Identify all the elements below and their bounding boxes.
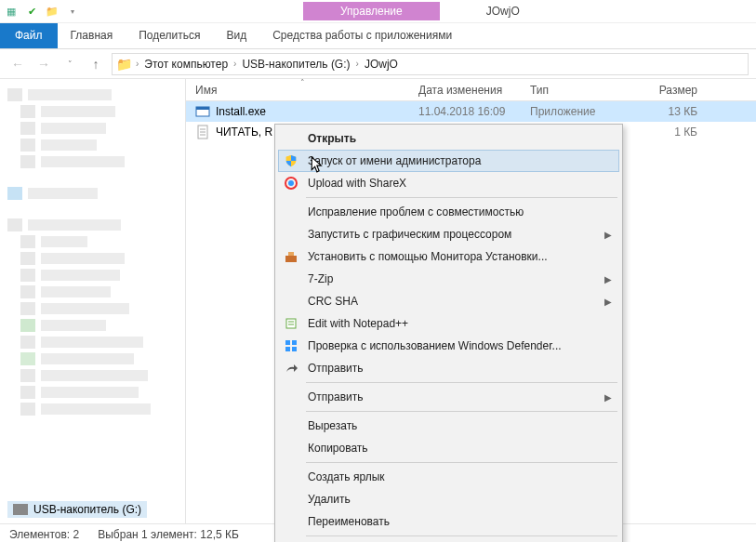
svg-rect-13 bbox=[285, 340, 290, 345]
sidebar-item-label: USB-накопитель (G:) bbox=[33, 503, 141, 516]
ribbon-tab-view[interactable]: Вид bbox=[213, 23, 259, 48]
text-file-icon bbox=[195, 125, 210, 139]
breadcrumb-folder[interactable]: JOwjO bbox=[363, 58, 400, 71]
menu-separator bbox=[306, 197, 617, 198]
chevron-right-icon: ▶ bbox=[604, 297, 612, 307]
menu-separator bbox=[306, 382, 617, 383]
menu-item-create-shortcut[interactable]: Создать ярлык bbox=[278, 466, 619, 488]
blank-icon bbox=[282, 130, 300, 147]
chevron-right-icon[interactable]: › bbox=[356, 59, 359, 69]
nav-recent-dropdown-icon[interactable]: ˅ bbox=[60, 54, 80, 74]
column-header-date[interactable]: Дата изменения bbox=[418, 84, 530, 97]
file-row-install[interactable]: Install.exe 11.04.2018 16:09 Приложение … bbox=[186, 101, 756, 122]
svg-rect-9 bbox=[288, 252, 294, 256]
status-selection: Выбран 1 элемент: 12,5 КБ bbox=[98, 528, 239, 541]
qat-dropdown-icon[interactable]: ▾ bbox=[65, 4, 80, 19]
drive-icon bbox=[13, 504, 28, 515]
ribbon-tab-apptools[interactable]: Средства работы с приложениями bbox=[259, 23, 465, 48]
blank-icon bbox=[282, 271, 300, 287]
menu-item-gpu[interactable]: Запустить с графическим процессором ▶ bbox=[278, 223, 619, 245]
svg-rect-14 bbox=[292, 340, 297, 345]
menu-item-rename[interactable]: Переименовать bbox=[278, 510, 619, 533]
share-icon bbox=[282, 360, 300, 377]
svg-rect-8 bbox=[285, 256, 297, 262]
nav-up-icon[interactable]: ↑ bbox=[86, 54, 106, 74]
qat-properties-icon[interactable]: ▦ bbox=[4, 4, 19, 19]
svg-rect-10 bbox=[286, 319, 296, 328]
ribbon-tab-file[interactable]: Файл bbox=[0, 23, 58, 48]
file-name: Install.exe bbox=[216, 105, 266, 118]
menu-item-crc-sha[interactable]: CRC SHA ▶ bbox=[278, 290, 619, 312]
menu-item-open[interactable]: Открыть bbox=[278, 127, 619, 150]
window-title: JOwjO bbox=[486, 5, 520, 18]
tree-placeholder bbox=[4, 85, 181, 494]
ribbon-tab-home[interactable]: Главная bbox=[58, 23, 126, 48]
svg-point-7 bbox=[288, 180, 294, 186]
nav-back-icon[interactable]: ← bbox=[7, 54, 28, 74]
ribbon-tab-share[interactable]: Поделиться bbox=[126, 23, 213, 48]
blank-icon bbox=[282, 469, 300, 485]
file-size: 1 КБ bbox=[642, 126, 707, 139]
blank-icon bbox=[282, 491, 300, 508]
column-header-type[interactable]: Тип bbox=[530, 84, 642, 97]
chevron-right-icon: ▶ bbox=[604, 392, 612, 403]
qat-folder-icon[interactable]: 📁 bbox=[45, 4, 60, 19]
chevron-right-icon: ▶ bbox=[604, 274, 612, 284]
chevron-right-icon: ▶ bbox=[604, 230, 612, 240]
menu-separator bbox=[306, 535, 617, 536]
menu-item-install-monitor[interactable]: Установить с помощью Монитора Установки.… bbox=[278, 245, 619, 268]
menu-separator bbox=[306, 411, 617, 412]
nav-forward-icon[interactable]: → bbox=[33, 54, 54, 74]
chevron-right-icon[interactable]: › bbox=[136, 59, 139, 69]
menu-item-copy[interactable]: Копировать bbox=[278, 437, 619, 459]
blank-icon bbox=[282, 389, 300, 405]
svg-rect-16 bbox=[292, 347, 297, 351]
menu-item-send[interactable]: Отправить bbox=[278, 357, 619, 379]
menu-item-delete[interactable]: Удалить bbox=[278, 488, 619, 510]
uac-shield-icon bbox=[282, 152, 300, 169]
menu-separator bbox=[306, 462, 617, 463]
blank-icon bbox=[282, 417, 300, 434]
blank-icon bbox=[282, 440, 300, 456]
sidebar-item-usb-drive[interactable]: USB-накопитель (G:) bbox=[7, 501, 147, 518]
install-monitor-icon bbox=[282, 248, 300, 265]
qat-check-icon[interactable]: ✔ bbox=[24, 4, 39, 19]
menu-item-defender[interactable]: Проверка с использованием Windows Defend… bbox=[278, 335, 619, 357]
blank-icon bbox=[282, 226, 300, 243]
blank-icon bbox=[282, 204, 300, 220]
context-tab-manage[interactable]: Управление bbox=[303, 2, 440, 20]
column-header-size[interactable]: Размер bbox=[642, 84, 707, 97]
notepadpp-icon bbox=[282, 315, 300, 332]
svg-rect-1 bbox=[196, 107, 209, 110]
addressbar-folder-icon: 📁 bbox=[116, 57, 132, 72]
exe-icon bbox=[195, 104, 210, 119]
blank-icon bbox=[282, 513, 300, 530]
sort-indicator-icon: ˄ bbox=[186, 78, 418, 87]
context-menu: Открыть Запуск от имени администратора U… bbox=[274, 124, 623, 542]
file-date: 11.04.2018 16:09 bbox=[418, 105, 530, 118]
breadcrumb-drive[interactable]: USB-накопитель (G:) bbox=[240, 58, 351, 71]
svg-rect-15 bbox=[285, 347, 290, 351]
menu-item-7zip[interactable]: 7-Zip ▶ bbox=[278, 268, 619, 290]
chevron-right-icon[interactable]: › bbox=[233, 59, 236, 69]
blank-icon bbox=[282, 293, 300, 310]
menu-item-send-to[interactable]: Отправить ▶ bbox=[278, 386, 619, 408]
defender-icon bbox=[282, 337, 300, 354]
address-bar[interactable]: 📁 › Этот компьютер › USB-накопитель (G:)… bbox=[112, 53, 749, 75]
navigation-pane[interactable]: USB-накопитель (G:) bbox=[0, 79, 186, 523]
sharex-icon bbox=[282, 175, 300, 192]
file-name: ЧИТАТЬ, R bbox=[216, 126, 272, 139]
menu-item-compatibility[interactable]: Исправление проблем с совместимостью bbox=[278, 201, 619, 223]
menu-item-sharex[interactable]: Upload with ShareX bbox=[278, 172, 619, 194]
file-type: Приложение bbox=[530, 105, 642, 118]
menu-item-cut[interactable]: Вырезать bbox=[278, 415, 619, 437]
file-size: 13 КБ bbox=[642, 105, 707, 118]
menu-item-notepadpp[interactable]: Edit with Notepad++ bbox=[278, 312, 619, 335]
menu-item-run-as-admin[interactable]: Запуск от имени администратора bbox=[278, 150, 619, 172]
breadcrumb-root[interactable]: Этот компьютер bbox=[142, 58, 230, 71]
status-count: Элементов: 2 bbox=[9, 528, 79, 541]
